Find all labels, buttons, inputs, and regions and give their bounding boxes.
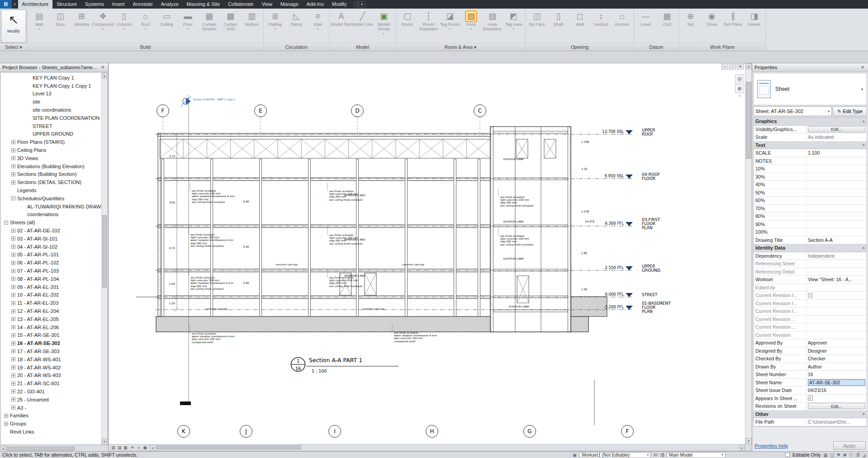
room-separator-button[interactable]: ┆Room Separator [418,9,439,43]
resize-grip-icon[interactable]: ◢ [862,453,866,458]
property-value-visibility-graphics[interactable]: Edit... [806,126,867,133]
tree-item-17-at-ar-se-303[interactable]: +17 - AT-AR-SE-303 [1,347,101,355]
edit-button[interactable]: Edit... [808,126,865,132]
expand-icon[interactable]: + [11,236,15,241]
tree-item-schedules-quantities[interactable]: −Schedules/Quantities [1,194,101,203]
collapse-icon[interactable]: − [11,196,15,200]
expand-icon[interactable]: + [11,406,15,410]
detail-level-icon[interactable]: ▤ [117,445,123,451]
tree-item-key-plan-copy-1-copy-1[interactable]: KEY PLAN Copy 1 Copy 1 [1,82,101,90]
property-value-approved-by[interactable]: Approver [806,339,867,347]
select-links-icon[interactable]: ▦ [824,452,828,458]
property-value-checked-by[interactable]: Checker [806,355,867,363]
deselect-icon[interactable]: ✖ [843,452,846,458]
scale-icon[interactable]: ▥ [110,445,116,451]
properties-titlebar[interactable]: Properties ✕ [752,63,868,72]
component-button[interactable]: ❖Component▾ [92,9,114,43]
property-value-appears-in-sheet[interactable]: ✓ [806,395,867,402]
expand-icon[interactable]: + [11,164,15,168]
tree-item-04-at-ar-si-102[interactable]: +04 - AT-AR-SI-102 [1,243,101,251]
tree-item-15-at-ar-se-301[interactable]: +15 - AT-AR-SE-301 [1,331,101,340]
property-value-80[interactable] [806,212,867,220]
expand-icon[interactable]: + [11,172,15,176]
expand-icon[interactable]: + [11,148,15,152]
collapse-icon[interactable]: ∧ [862,412,865,416]
chevron-down-icon[interactable]: ▾ [861,87,863,91]
show-button[interactable]: ◉Show [701,9,722,43]
crop-view-icon[interactable]: ▣ [142,445,148,451]
curtain-grid-button[interactable]: ▩Curtain Grid [220,9,241,43]
property-value-current-revision[interactable] [806,323,867,331]
panel-label-opening[interactable]: Opening [526,43,634,51]
close-icon[interactable]: ✕ [737,64,744,70]
tree-item-upper-ground[interactable]: UPPER GROUND [1,130,101,138]
editing-requests-icon[interactable]: ✉ [654,452,657,458]
scroll-up-icon[interactable]: ▲ [745,63,752,69]
filter-icon[interactable]: ▽ [849,452,853,458]
checkbox-checked-icon[interactable]: ✓ [808,396,813,401]
property-value-sheet-number[interactable]: 16 [806,371,867,378]
tree-item-a3[interactable]: +A3 - [1,404,101,412]
window-button[interactable]: ⊞Window [71,9,92,43]
tree-item-3d-views[interactable]: +3D Views [1,154,101,162]
properties-help-link[interactable]: Properties help [754,443,788,449]
property-value-current-revision-i[interactable] [806,292,867,299]
panel-label-room-area[interactable]: Room & Area ▾ [396,43,525,51]
property-value-designed-by[interactable]: Designer [806,347,867,355]
ceiling-button[interactable]: ▭Ceiling [156,9,177,43]
sheet-name-input[interactable]: AT-AR-SE-302 [808,379,865,386]
tree-item-groups[interactable]: +Groups [1,420,101,428]
canvas-vertical-scrollbar[interactable]: ▲ ▼ [745,63,752,444]
tree-item-20-at-ar-ws-403[interactable]: +20 - AT-AR-WS-403 [1,371,101,379]
collapse-icon[interactable]: − [4,221,8,225]
section-header-other[interactable]: Other∧ [754,411,867,419]
scroll-track[interactable] [155,444,739,451]
tree-item-19-at-ar-ws-402[interactable]: +19 - AT-AR-WS-402 [1,364,101,372]
grid-button[interactable]: ▦Grid [656,9,678,43]
property-value-dependency[interactable]: Independent [806,252,867,260]
tree-item-25-unnamed[interactable]: +25 - Unnamed [1,396,101,404]
tree-item-13-at-ar-el-205[interactable]: +13 - AT-AR-EL-205 [1,315,101,323]
browser-horizontal-scrollbar[interactable]: ◄ [0,445,108,451]
property-value-current-revision-i[interactable] [806,307,867,315]
property-value-file-path[interactable]: C:\Users\user\Doc... [806,418,867,426]
expand-icon[interactable]: + [11,277,15,281]
restore-icon[interactable]: □ [729,64,736,70]
scroll-right-icon[interactable]: ► [739,445,745,451]
by-face-button[interactable]: ◫By Face [526,9,548,43]
property-value-sheet-issue-date[interactable]: 04/23/16 [806,387,867,394]
scroll-up-icon[interactable]: ▲ [102,73,107,79]
tree-item-sections-detail-section[interactable]: +Sections (DETAIL SECTION) [1,178,101,186]
tab-architecture[interactable]: Architecture [18,0,53,9]
property-value-scale[interactable]: 1:100 [806,149,867,157]
type-selector[interactable]: Sheet ▾ [753,73,867,105]
expand-icon[interactable]: + [4,414,8,418]
panel-label-work-plane[interactable]: Work Plane [679,43,766,51]
vertical-button[interactable]: ↕Vertical [590,9,612,43]
ramp-button[interactable]: ◺Ramp [286,9,307,43]
panel-label-select[interactable]: Select ▾ [0,43,27,51]
editable-only-checkbox[interactable] [785,453,790,457]
expand-icon[interactable]: + [11,397,15,401]
tree-item-ceiling-plans[interactable]: +Ceiling Plans [1,146,101,154]
browser-vertical-scrollbar[interactable]: ▲ ▼ [101,73,107,444]
panel-label-datum[interactable]: Datum [634,43,678,51]
expand-icon[interactable]: + [4,422,8,426]
scroll-thumb[interactable] [7,447,75,451]
zoom-icon[interactable]: ⊕ [735,84,744,93]
floor-button[interactable]: ▬Floor▾ [177,9,199,43]
tree-item-02-at-ar-ge-102[interactable]: +02 - AT-AR-GE-102 [1,227,101,235]
shadows-icon[interactable]: ◑ [136,445,142,451]
tree-item-level-13[interactable]: Level 13 [1,90,101,98]
tab-collaborate[interactable]: Collaborate [224,0,257,9]
expand-icon[interactable]: + [11,140,15,144]
tree-item-revit-links[interactable]: Revit Links [1,428,101,436]
tab-view[interactable]: View [257,0,276,9]
tree-item-families[interactable]: +Families [1,411,101,420]
tree-item-site-plan-coordenation[interactable]: SITE PLAN COORDENATION [1,114,101,122]
expand-icon[interactable]: + [11,365,15,369]
expand-icon[interactable]: + [11,156,15,160]
level-button[interactable]: ―Level [635,9,656,43]
viewer-button[interactable]: ◨Viewer [744,9,765,43]
property-value-notes[interactable] [806,157,867,165]
